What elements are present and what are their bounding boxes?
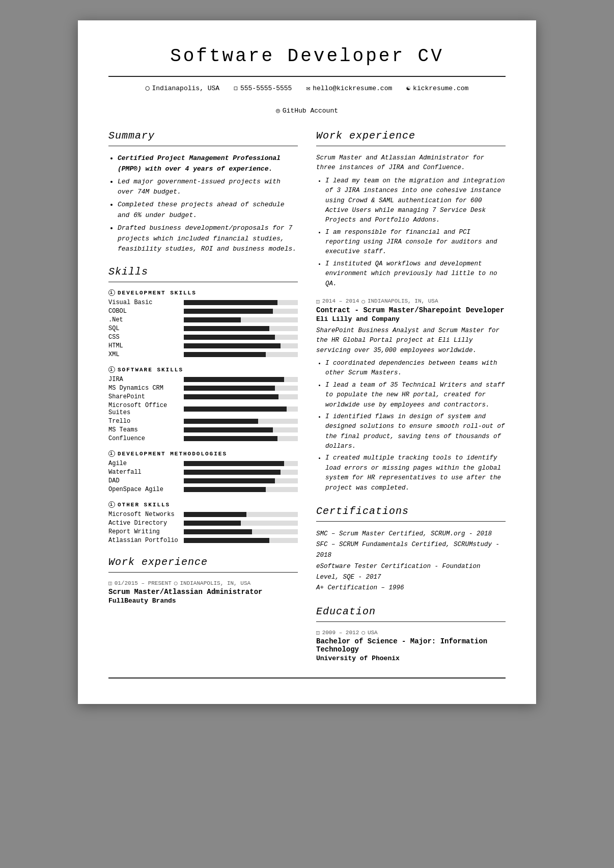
skill-bar-container — [184, 352, 298, 357]
skill-name: OpenSpace Agile — [108, 486, 180, 493]
skill-name: .Net — [108, 316, 180, 323]
info-icon: i — [108, 366, 115, 373]
skill-bar-container — [184, 377, 298, 382]
cert-item-4: A+ Certification – 1996 — [316, 583, 506, 593]
skill-bar-container — [184, 529, 298, 534]
skill-bar-container — [184, 521, 298, 526]
contact-email: ✉ hello@kickresume.com — [306, 84, 392, 92]
email-icon: ✉ — [306, 84, 310, 92]
certifications-section: Certifications SMC – Scrum Master Certif… — [316, 505, 506, 594]
phone-icon: ◻ — [234, 84, 238, 92]
skill-row: Active Directory — [108, 520, 298, 527]
title-divider — [108, 76, 506, 77]
page-title: Software Developer CV — [108, 46, 506, 67]
work-exp-right-section: Work experience Scrum Master and Atlassi… — [316, 130, 506, 493]
skill-row: SharePoint — [108, 393, 298, 400]
work-exp-intro: Scrum Master and Atlassian Administrator… — [316, 153, 506, 173]
job1-company: FullBeauty Brands — [108, 597, 298, 605]
skills-container: i DEVELOPMENT SKILLSVisual BasicCOBOL.Ne… — [108, 289, 298, 544]
resume-page: Software Developer CV ◯ Indianapolis, US… — [78, 20, 536, 704]
work-exp-right-bullets: I lead my team on the migration and inte… — [316, 176, 506, 289]
skill-bar — [184, 538, 269, 543]
work-exp-right-divider — [316, 146, 506, 146]
skill-row: HTML — [108, 342, 298, 349]
github-icon: ◎ — [276, 106, 280, 115]
summary-divider — [108, 146, 298, 146]
cert-item-3: eSoftware Tester Certification - Foundat… — [316, 561, 506, 583]
skill-category: i DEVELOPMENT SKILLSVisual BasicCOBOL.Ne… — [108, 289, 298, 358]
skill-category: i SOFTWARE SKILLSJIRAMS Dynamics CRMShar… — [108, 366, 298, 442]
skill-bar — [184, 352, 266, 357]
skill-bar-container — [184, 300, 298, 305]
skill-name: Waterfall — [108, 469, 180, 476]
skill-bar-container — [184, 335, 298, 340]
skills-title: Skills — [108, 266, 298, 278]
skill-row: Waterfall — [108, 469, 298, 476]
skill-row: Microsoft Networks — [108, 511, 298, 518]
edu-title: Education — [316, 606, 506, 617]
job2-title: Contract - Scrum Master/Sharepoint Devel… — [316, 306, 506, 314]
skill-row: Confluence — [108, 435, 298, 442]
skill-name: Agile — [108, 460, 180, 467]
skill-row: Microsoft Office Suites — [108, 402, 298, 416]
job2-bullet-3: I identified flaws in design of system a… — [325, 412, 506, 452]
skill-category: i DEVELOPMENT METHODOLOGIESAgileWaterfal… — [108, 450, 298, 493]
skill-bar — [184, 335, 275, 340]
skill-bar-container — [184, 512, 298, 517]
skill-bar-container — [184, 394, 298, 399]
skill-row: .Net — [108, 316, 298, 323]
skill-row: XML — [108, 351, 298, 358]
skill-row: DAD — [108, 477, 298, 484]
summary-item-1: Certified Project Management Professiona… — [118, 153, 298, 175]
skill-bar — [184, 377, 284, 382]
location-icon-2: ◯ — [361, 298, 365, 305]
job1-header: ◫ 01/2015 – PRESENT ◯ INDIANAPOLIS, IN, … — [108, 580, 298, 586]
job2-company: Eli Lilly and Company — [316, 315, 506, 323]
skill-name: SQL — [108, 325, 180, 332]
skill-row: Atlassian Portfolio — [108, 537, 298, 544]
skill-bar-container — [184, 478, 298, 483]
skill-bar — [184, 478, 275, 483]
skill-name: Trello — [108, 418, 180, 425]
skill-bar — [184, 436, 277, 441]
work-bullet-1: I lead my team on the migration and inte… — [325, 176, 506, 226]
calendar-icon-2: ◫ — [316, 298, 320, 305]
cert-list: SMC – Scrum Master Certified, SCRUM.org … — [316, 529, 506, 594]
calendar-icon-edu: ◫ — [316, 629, 320, 636]
job2-bullet-1: I coordinated dependencies between teams… — [325, 359, 506, 378]
skill-row: OpenSpace Agile — [108, 486, 298, 493]
skill-bar-container — [184, 309, 298, 314]
bottom-divider — [108, 677, 506, 679]
right-column: Work experience Scrum Master and Atlassi… — [316, 130, 506, 662]
skill-name: Atlassian Portfolio — [108, 537, 180, 544]
skill-name: MS Dynamics CRM — [108, 385, 180, 392]
info-icon: i — [108, 289, 115, 296]
skill-bar-container — [184, 470, 298, 475]
skill-row: Report Writing — [108, 528, 298, 535]
skill-bar-container — [184, 427, 298, 432]
location-icon: ◯ — [146, 84, 150, 92]
education-section: Education ◫ 2009 – 2012 ◯ USA Bachelor o… — [316, 606, 506, 662]
cert-item-2: SFC – SCRUM Fundamentals Certified, SCRU… — [316, 539, 506, 561]
skill-bar-container — [184, 461, 298, 466]
skill-bar — [184, 406, 287, 412]
job2-header: ◫ 2014 – 2014 ◯ INDIANAPOLIS, IN, USA — [316, 298, 506, 305]
main-content: Summary Certified Project Management Pro… — [108, 130, 506, 662]
skill-name: Microsoft Networks — [108, 511, 180, 518]
skill-bar — [184, 427, 273, 432]
skill-row: MS Dynamics CRM — [108, 385, 298, 392]
edu-date: ◫ 2009 – 2012 ◯ USA — [316, 629, 506, 636]
edu-divider — [316, 621, 506, 622]
skill-bar-container — [184, 419, 298, 424]
skill-row: COBOL — [108, 308, 298, 315]
summary-title: Summary — [108, 130, 298, 142]
skill-bar — [184, 512, 246, 517]
contact-github: ◎ GitHub Account — [276, 106, 338, 115]
skills-section: Skills i DEVELOPMENT SKILLSVisual BasicC… — [108, 266, 298, 544]
skill-bar — [184, 300, 277, 305]
cert-title: Certifications — [316, 505, 506, 517]
work-exp-left-divider — [108, 572, 298, 573]
skill-bar — [184, 386, 275, 391]
skill-bar — [184, 461, 284, 466]
summary-item-4: Drafted business development/proposals f… — [118, 223, 298, 255]
